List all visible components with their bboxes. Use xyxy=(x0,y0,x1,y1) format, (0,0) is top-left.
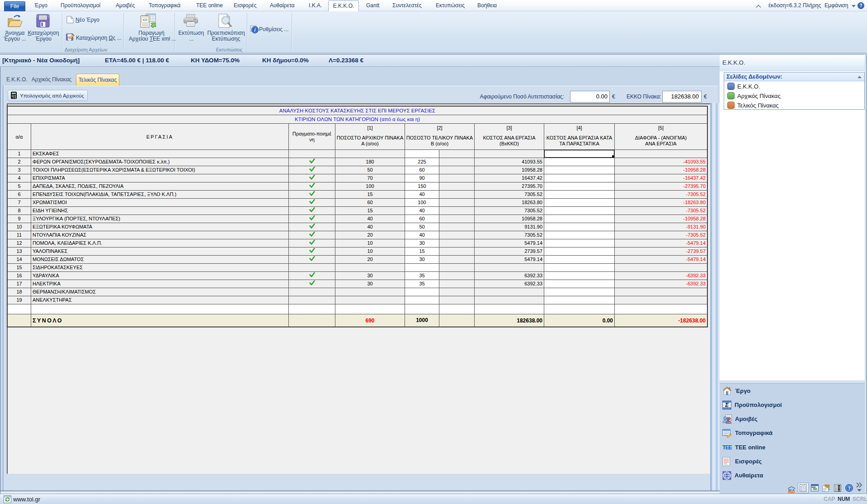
svg-text:<>: <> xyxy=(143,18,147,22)
svg-text:?: ? xyxy=(859,3,862,8)
svg-text:Σ: Σ xyxy=(725,401,729,408)
svg-text:IKA: IKA xyxy=(788,488,795,493)
svg-text:?: ? xyxy=(848,485,851,491)
